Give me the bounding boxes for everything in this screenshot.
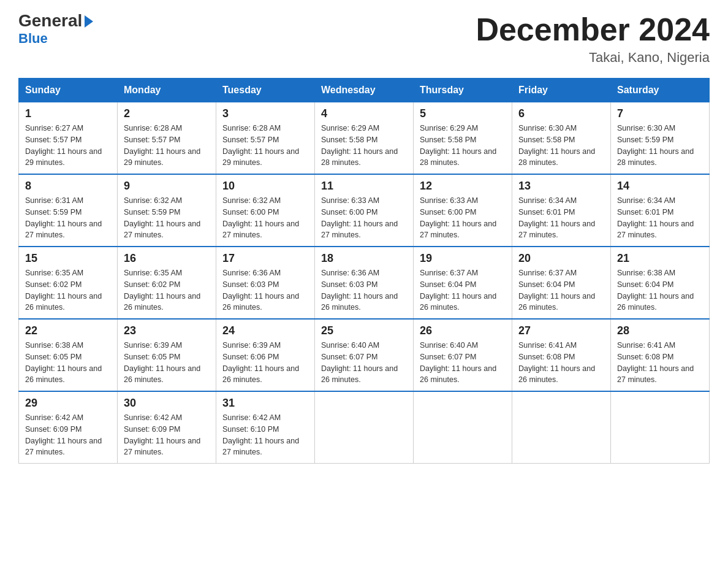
day-info: Sunrise: 6:29 AMSunset: 5:58 PMDaylight:… <box>420 124 496 167</box>
calendar-table: SundayMondayTuesdayWednesdayThursdayFrid… <box>18 78 710 464</box>
day-number: 18 <box>321 252 407 265</box>
day-number: 12 <box>420 180 506 193</box>
day-info: Sunrise: 6:36 AMSunset: 6:03 PMDaylight:… <box>321 269 398 312</box>
calendar-cell: 6 Sunrise: 6:30 AMSunset: 5:58 PMDayligh… <box>512 102 611 175</box>
day-info: Sunrise: 6:31 AMSunset: 5:59 PMDaylight:… <box>25 196 102 239</box>
calendar-cell <box>512 391 611 464</box>
day-number: 29 <box>25 397 111 410</box>
logo-general: General <box>18 12 93 29</box>
day-info: Sunrise: 6:38 AMSunset: 6:05 PMDaylight:… <box>25 341 102 384</box>
calendar-cell: 25 Sunrise: 6:40 AMSunset: 6:07 PMDaylig… <box>315 319 414 391</box>
calendar-cell: 31 Sunrise: 6:42 AMSunset: 6:10 PMDaylig… <box>216 391 315 464</box>
calendar-week-1: 1 Sunrise: 6:27 AMSunset: 5:57 PMDayligh… <box>19 102 710 175</box>
day-number: 16 <box>124 252 210 265</box>
calendar-cell: 7 Sunrise: 6:30 AMSunset: 5:59 PMDayligh… <box>611 102 710 175</box>
day-number: 15 <box>25 252 111 265</box>
day-number: 22 <box>25 324 111 337</box>
location: Takai, Kano, Nigeria <box>476 50 710 66</box>
header-sunday: Sunday <box>19 79 118 102</box>
calendar-cell: 8 Sunrise: 6:31 AMSunset: 5:59 PMDayligh… <box>19 174 118 247</box>
calendar-cell: 30 Sunrise: 6:42 AMSunset: 6:09 PMDaylig… <box>118 391 216 464</box>
day-info: Sunrise: 6:39 AMSunset: 6:06 PMDaylight:… <box>222 341 299 384</box>
calendar-cell: 15 Sunrise: 6:35 AMSunset: 6:02 PMDaylig… <box>19 247 118 319</box>
day-info: Sunrise: 6:28 AMSunset: 5:57 PMDaylight:… <box>124 124 200 167</box>
day-number: 28 <box>617 324 703 337</box>
calendar-cell: 22 Sunrise: 6:38 AMSunset: 6:05 PMDaylig… <box>19 319 118 391</box>
day-info: Sunrise: 6:37 AMSunset: 6:04 PMDaylight:… <box>518 269 595 312</box>
day-info: Sunrise: 6:29 AMSunset: 5:58 PMDaylight:… <box>321 124 398 167</box>
day-number: 24 <box>222 324 308 337</box>
day-number: 5 <box>420 107 506 120</box>
day-number: 31 <box>222 397 308 410</box>
calendar-cell: 14 Sunrise: 6:34 AMSunset: 6:01 PMDaylig… <box>611 174 710 247</box>
calendar-cell: 21 Sunrise: 6:38 AMSunset: 6:04 PMDaylig… <box>611 247 710 319</box>
calendar-cell: 28 Sunrise: 6:41 AMSunset: 6:08 PMDaylig… <box>611 319 710 391</box>
day-number: 14 <box>617 180 703 193</box>
day-number: 23 <box>124 324 210 337</box>
calendar-cell: 9 Sunrise: 6:32 AMSunset: 5:59 PMDayligh… <box>118 174 216 247</box>
header-thursday: Thursday <box>414 79 512 102</box>
day-number: 11 <box>321 180 407 193</box>
day-number: 10 <box>222 180 308 193</box>
day-number: 17 <box>222 252 308 265</box>
title-block: December 2024 Takai, Kano, Nigeria <box>476 12 710 66</box>
day-number: 19 <box>420 252 506 265</box>
calendar-cell: 26 Sunrise: 6:40 AMSunset: 6:07 PMDaylig… <box>414 319 512 391</box>
calendar-week-5: 29 Sunrise: 6:42 AMSunset: 6:09 PMDaylig… <box>19 391 710 464</box>
calendar-cell: 29 Sunrise: 6:42 AMSunset: 6:09 PMDaylig… <box>19 391 118 464</box>
header-tuesday: Tuesday <box>216 79 315 102</box>
day-number: 21 <box>617 252 703 265</box>
day-info: Sunrise: 6:33 AMSunset: 6:00 PMDaylight:… <box>321 196 398 239</box>
calendar-cell: 3 Sunrise: 6:28 AMSunset: 5:57 PMDayligh… <box>216 102 315 175</box>
day-number: 13 <box>518 180 604 193</box>
day-info: Sunrise: 6:42 AMSunset: 6:10 PMDaylight:… <box>222 413 299 456</box>
day-number: 8 <box>25 180 111 193</box>
header-row: SundayMondayTuesdayWednesdayThursdayFrid… <box>19 79 710 102</box>
day-info: Sunrise: 6:35 AMSunset: 6:02 PMDaylight:… <box>124 269 200 312</box>
logo-arrow-shape <box>85 15 93 28</box>
calendar-cell: 4 Sunrise: 6:29 AMSunset: 5:58 PMDayligh… <box>315 102 414 175</box>
day-info: Sunrise: 6:32 AMSunset: 6:00 PMDaylight:… <box>222 196 299 239</box>
calendar-cell: 20 Sunrise: 6:37 AMSunset: 6:04 PMDaylig… <box>512 247 611 319</box>
day-number: 2 <box>124 107 210 120</box>
day-info: Sunrise: 6:35 AMSunset: 6:02 PMDaylight:… <box>25 269 102 312</box>
calendar-cell: 2 Sunrise: 6:28 AMSunset: 5:57 PMDayligh… <box>118 102 216 175</box>
day-info: Sunrise: 6:34 AMSunset: 6:01 PMDaylight:… <box>617 196 694 239</box>
calendar-cell <box>315 391 414 464</box>
logo-blue: Blue <box>18 31 48 47</box>
day-info: Sunrise: 6:40 AMSunset: 6:07 PMDaylight:… <box>420 341 496 384</box>
day-number: 9 <box>124 180 210 193</box>
calendar-cell: 13 Sunrise: 6:34 AMSunset: 6:01 PMDaylig… <box>512 174 611 247</box>
day-info: Sunrise: 6:37 AMSunset: 6:04 PMDaylight:… <box>420 269 496 312</box>
day-info: Sunrise: 6:28 AMSunset: 5:57 PMDaylight:… <box>222 124 299 167</box>
calendar-cell <box>611 391 710 464</box>
calendar-week-4: 22 Sunrise: 6:38 AMSunset: 6:05 PMDaylig… <box>19 319 710 391</box>
day-info: Sunrise: 6:33 AMSunset: 6:00 PMDaylight:… <box>420 196 496 239</box>
day-info: Sunrise: 6:41 AMSunset: 6:08 PMDaylight:… <box>617 341 694 384</box>
day-info: Sunrise: 6:32 AMSunset: 5:59 PMDaylight:… <box>124 196 200 239</box>
day-info: Sunrise: 6:41 AMSunset: 6:08 PMDaylight:… <box>518 341 595 384</box>
calendar-cell: 5 Sunrise: 6:29 AMSunset: 5:58 PMDayligh… <box>414 102 512 175</box>
calendar-cell: 11 Sunrise: 6:33 AMSunset: 6:00 PMDaylig… <box>315 174 414 247</box>
calendar-cell: 19 Sunrise: 6:37 AMSunset: 6:04 PMDaylig… <box>414 247 512 319</box>
header-wednesday: Wednesday <box>315 79 414 102</box>
month-title: December 2024 <box>476 12 710 47</box>
calendar-cell: 17 Sunrise: 6:36 AMSunset: 6:03 PMDaylig… <box>216 247 315 319</box>
calendar-cell: 18 Sunrise: 6:36 AMSunset: 6:03 PMDaylig… <box>315 247 414 319</box>
calendar-cell <box>414 391 512 464</box>
day-info: Sunrise: 6:27 AMSunset: 5:57 PMDaylight:… <box>25 124 102 167</box>
day-info: Sunrise: 6:42 AMSunset: 6:09 PMDaylight:… <box>124 413 200 456</box>
header-monday: Monday <box>118 79 216 102</box>
day-number: 30 <box>124 397 210 410</box>
calendar-cell: 24 Sunrise: 6:39 AMSunset: 6:06 PMDaylig… <box>216 319 315 391</box>
logo: General Blue <box>18 12 93 47</box>
day-number: 27 <box>518 324 604 337</box>
day-info: Sunrise: 6:34 AMSunset: 6:01 PMDaylight:… <box>518 196 595 239</box>
header-friday: Friday <box>512 79 611 102</box>
calendar-cell: 12 Sunrise: 6:33 AMSunset: 6:00 PMDaylig… <box>414 174 512 247</box>
day-number: 6 <box>518 107 604 120</box>
page-header: General Blue December 2024 Takai, Kano, … <box>18 12 710 66</box>
day-info: Sunrise: 6:40 AMSunset: 6:07 PMDaylight:… <box>321 341 398 384</box>
calendar-week-2: 8 Sunrise: 6:31 AMSunset: 5:59 PMDayligh… <box>19 174 710 247</box>
day-number: 25 <box>321 324 407 337</box>
